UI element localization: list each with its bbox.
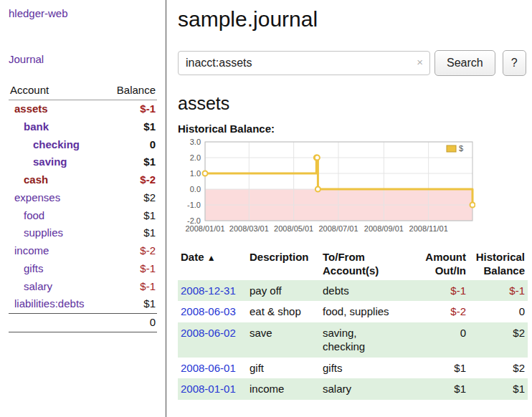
account-row: gifts $-1 bbox=[9, 260, 157, 278]
balance-cell: $2 bbox=[469, 358, 528, 379]
account-link-gifts[interactable]: gifts bbox=[24, 262, 44, 274]
date-link[interactable]: 2008-12-31 bbox=[181, 284, 236, 297]
journal-link[interactable]: Journal bbox=[9, 53, 44, 65]
account-row: assets $-1 bbox=[9, 100, 157, 118]
account-balance: 0 bbox=[105, 136, 157, 154]
journal-nav: Journal bbox=[9, 53, 157, 66]
description-cell: pay off bbox=[247, 280, 320, 302]
account-balance: $-1 bbox=[105, 278, 157, 296]
account-link-income[interactable]: income bbox=[14, 244, 49, 257]
col-date[interactable]: Date ▲ bbox=[178, 249, 247, 280]
account-cell: saving, checking bbox=[320, 322, 417, 358]
account-cell: food, supplies bbox=[320, 301, 417, 322]
accounts-total: 0 bbox=[105, 314, 157, 332]
account-title: assets bbox=[178, 93, 529, 114]
search-button[interactable]: Search bbox=[434, 50, 495, 76]
description-cell: eat & shop bbox=[247, 301, 320, 322]
amount-cell: $1 bbox=[417, 358, 469, 379]
account-row: liabilities:debts $1 bbox=[9, 295, 157, 313]
account-balance: $1 bbox=[105, 295, 157, 313]
account-link-saving[interactable]: saving bbox=[33, 155, 67, 168]
date-link[interactable]: 2008-01-01 bbox=[181, 383, 236, 395]
accounts-header-account: Account bbox=[9, 82, 105, 100]
accounts-header-row: Account Balance bbox=[9, 82, 157, 100]
account-balance: $-1 bbox=[105, 260, 157, 278]
date-link[interactable]: 2008-06-02 bbox=[181, 327, 236, 339]
search-bar: × Search ? bbox=[178, 50, 529, 76]
balance-cell: $1 bbox=[469, 378, 528, 400]
col-description: Description bbox=[247, 249, 320, 280]
balance-cell: $2 bbox=[469, 322, 528, 358]
account-link-cash[interactable]: cash bbox=[24, 173, 48, 186]
register-row: 2008-06-03 eat & shop food, supplies $-2… bbox=[178, 301, 528, 322]
svg-text:2008/03/01: 2008/03/01 bbox=[229, 224, 269, 233]
page-title: sample.journal bbox=[178, 7, 529, 32]
account-link-expenses[interactable]: expenses bbox=[14, 191, 60, 203]
accounts-table: Account Balance assets $-1 bank $1 check… bbox=[9, 82, 157, 332]
account-row: food $1 bbox=[9, 207, 157, 225]
account-balance: $-2 bbox=[105, 171, 157, 189]
date-link[interactable]: 2008-06-01 bbox=[181, 362, 236, 374]
account-link-assets[interactable]: assets bbox=[14, 102, 48, 115]
svg-text:2008/11/01: 2008/11/01 bbox=[409, 224, 448, 233]
account-row: expenses $2 bbox=[9, 189, 157, 207]
help-button[interactable]: ? bbox=[503, 50, 526, 76]
register-row: 2008-06-02 save saving, checking 0 $2 bbox=[178, 322, 528, 358]
search-input[interactable] bbox=[178, 51, 430, 75]
account-balance: $1 bbox=[105, 153, 157, 171]
app-title: hledger-web bbox=[9, 7, 157, 20]
account-link-bank[interactable]: bank bbox=[24, 120, 49, 133]
account-balance: $1 bbox=[105, 207, 157, 225]
account-cell: debts bbox=[320, 280, 417, 302]
account-link-checking[interactable]: checking bbox=[33, 138, 80, 150]
account-row: bank $1 bbox=[9, 118, 157, 136]
account-link-supplies[interactable]: supplies bbox=[24, 226, 63, 239]
amount-cell: 0 bbox=[417, 322, 469, 358]
svg-text:2008/09/01: 2008/09/01 bbox=[364, 224, 404, 233]
sidebar: hledger-web Journal Account Balance asse… bbox=[0, 0, 166, 417]
col-balance: Historical Balance bbox=[469, 249, 528, 280]
register-header-row: Date ▲ Description To/From Account(s) Am… bbox=[178, 249, 528, 280]
svg-text:2008/01/01: 2008/01/01 bbox=[185, 224, 224, 233]
svg-text:$: $ bbox=[459, 144, 463, 153]
svg-text:2.0: 2.0 bbox=[190, 153, 201, 162]
account-balance: $1 bbox=[105, 224, 157, 242]
clear-search-icon[interactable]: × bbox=[417, 56, 423, 68]
amount-cell: $-2 bbox=[417, 301, 469, 322]
account-balance: $1 bbox=[105, 118, 157, 136]
account-link-liabilities-debts[interactable]: liabilities:debts bbox=[14, 297, 85, 310]
account-balance: $-1 bbox=[105, 100, 157, 118]
svg-text:1.0: 1.0 bbox=[190, 169, 201, 178]
account-row: saving $1 bbox=[9, 153, 157, 171]
svg-text:-1.0: -1.0 bbox=[187, 201, 201, 209]
description-cell: income bbox=[247, 378, 320, 400]
chart-title: Historical Balance: bbox=[178, 123, 529, 135]
accounts-header-balance: Balance bbox=[105, 82, 157, 100]
account-row: income $-2 bbox=[9, 242, 157, 260]
account-link-food[interactable]: food bbox=[24, 209, 44, 221]
account-cell: gifts bbox=[320, 358, 417, 379]
balance-chart-svg: $3.02.01.00.0-1.0-2.02008/01/012008/03/0… bbox=[178, 138, 475, 239]
account-link-salary[interactable]: salary bbox=[24, 280, 52, 292]
account-row: checking 0 bbox=[9, 136, 157, 154]
svg-text:2008/07/01: 2008/07/01 bbox=[318, 224, 358, 233]
accounts-total-row: 0 bbox=[9, 314, 157, 332]
svg-text:2008/05/01: 2008/05/01 bbox=[274, 224, 313, 233]
balance-chart: $3.02.01.00.0-1.0-2.02008/01/012008/03/0… bbox=[178, 138, 529, 239]
sort-asc-icon: ▲ bbox=[207, 253, 216, 263]
balance-cell: $-1 bbox=[469, 280, 528, 302]
balance-cell: 0 bbox=[469, 301, 528, 322]
register-table: Date ▲ Description To/From Account(s) Am… bbox=[178, 249, 528, 400]
app-title-link[interactable]: hledger-web bbox=[9, 7, 68, 19]
col-amount: Amount Out/In bbox=[417, 249, 469, 280]
date-link[interactable]: 2008-06-03 bbox=[181, 305, 236, 317]
account-row: cash $-2 bbox=[9, 171, 157, 189]
register-row: 2008-06-01 gift gifts $1 $2 bbox=[178, 358, 528, 379]
description-cell: save bbox=[247, 322, 320, 358]
register-row: 2008-12-31 pay off debts $-1 $-1 bbox=[178, 280, 528, 302]
main-content: sample.journal × Search ? assets Histori… bbox=[167, 0, 532, 417]
account-row: salary $-1 bbox=[9, 278, 157, 296]
svg-text:0.0: 0.0 bbox=[190, 185, 201, 193]
amount-cell: $-1 bbox=[417, 280, 469, 302]
amount-cell: $1 bbox=[417, 378, 469, 400]
